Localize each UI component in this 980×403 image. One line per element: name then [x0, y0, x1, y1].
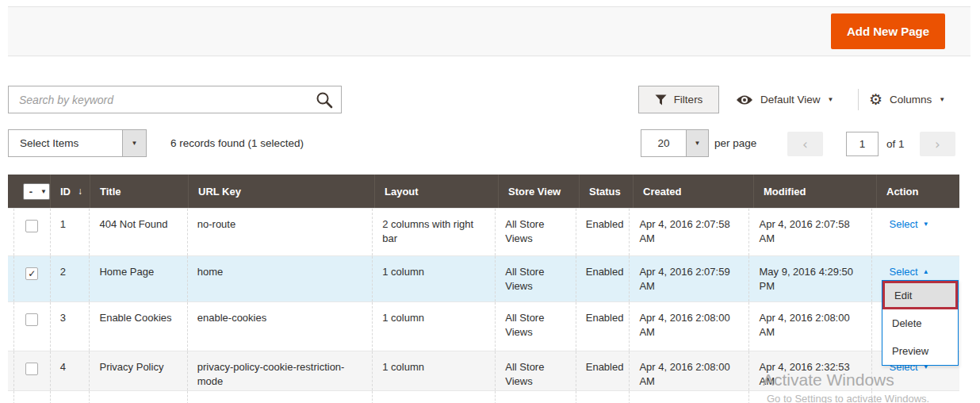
cell-action: Select ▼ — [871, 209, 959, 255]
cell-url-key: enable-cookies — [187, 302, 372, 351]
header-label: Modified — [764, 186, 806, 198]
mass-action-caret[interactable]: ▼ — [122, 130, 146, 156]
cell-id: 3 — [50, 302, 90, 351]
row-checkbox[interactable] — [25, 313, 38, 326]
filters-button[interactable]: Filters — [638, 86, 719, 113]
cell-layout: 1 column — [372, 302, 495, 351]
sort-arrow-icon: ↓ — [78, 186, 82, 197]
row-select-action[interactable]: Select ▼ — [890, 217, 929, 232]
per-page-value: 20 — [641, 130, 686, 156]
column-header-title[interactable]: Title — [90, 175, 188, 208]
cell-title — [89, 391, 186, 403]
mass-action-label: Select Items — [9, 130, 122, 156]
default-view-dropdown[interactable]: Default View ▼ — [736, 86, 833, 113]
checkmark-icon: ✓ — [28, 269, 36, 278]
cell-status: Enabled — [576, 256, 630, 301]
select-label: Select — [890, 265, 918, 279]
filter-funnel-icon — [655, 94, 667, 106]
column-header-modified[interactable]: Modified — [753, 175, 876, 208]
row-checkbox[interactable] — [25, 220, 38, 232]
cell-layout: 1 column — [372, 351, 495, 390]
header-label: ID — [60, 186, 71, 198]
header-label: Created — [643, 186, 681, 198]
cell-modified: Apr 4, 2016 2:08:00 AM — [748, 302, 871, 351]
default-view-label: Default View — [760, 94, 821, 106]
header-label: Action — [886, 186, 918, 198]
cell-created: Apr 4, 2016 2:07:59 AM — [629, 256, 748, 301]
cell-created — [629, 391, 748, 403]
row-checkbox-cell — [13, 209, 50, 255]
per-page-label: per page — [714, 129, 756, 157]
column-header-action[interactable]: Action — [876, 175, 959, 208]
activate-windows-watermark: Activate Windows — [763, 370, 894, 390]
row-checkbox-checked[interactable]: ✓ — [25, 267, 38, 280]
cell-layout: 1 column — [372, 256, 495, 301]
page-total-label: of 1 — [886, 132, 905, 156]
page-number-input[interactable] — [846, 132, 879, 156]
row-checkbox[interactable] — [25, 363, 38, 375]
page-header-panel — [8, 6, 970, 56]
chevron-down-icon: ▼ — [132, 140, 138, 147]
search-icon — [315, 90, 334, 109]
row-checkbox-cell — [13, 302, 50, 351]
table-row: 3 Enable Cookies enable-cookies 1 column… — [8, 301, 959, 351]
select-all-header: - ▼ — [8, 175, 50, 208]
column-header-layout[interactable]: Layout — [374, 175, 498, 208]
header-label: Layout — [385, 186, 419, 198]
menu-item-edit[interactable]: Edit — [882, 281, 958, 309]
cell-layout — [372, 391, 495, 403]
header-label: URL Key — [198, 186, 241, 198]
header-label: Store View — [508, 186, 561, 198]
search-input[interactable] — [8, 86, 342, 113]
row-checkbox-cell: ✓ — [13, 256, 50, 301]
cell-store-view: All Store Views — [495, 302, 575, 351]
cell-store-view — [495, 391, 575, 403]
mass-action-select[interactable]: Select Items ▼ — [8, 129, 147, 157]
select-all-control[interactable]: - ▼ — [23, 183, 50, 200]
records-count: 6 records found (1 selected) — [170, 129, 304, 157]
grid-header-row: - ▼ ID ↓ Title URL Key Layout Store View… — [8, 175, 959, 208]
cell-status — [576, 391, 630, 403]
chevron-down-icon: ▼ — [828, 97, 834, 103]
cell-id — [50, 391, 90, 403]
gear-icon: ⚙ — [869, 92, 882, 107]
chevron-down-icon: ▼ — [939, 97, 945, 103]
menu-item-preview[interactable]: Preview — [882, 337, 958, 365]
chevron-down-icon: ▼ — [38, 188, 49, 195]
cms-pages-grid: - ▼ ID ↓ Title URL Key Layout Store View… — [8, 175, 959, 403]
cell-url-key: no-route — [187, 209, 372, 255]
row-action-menu: Edit Delete Preview — [882, 280, 959, 366]
per-page-caret[interactable]: ▼ — [686, 130, 708, 156]
add-new-page-button[interactable]: Add New Page — [831, 13, 945, 49]
next-page-button[interactable]: › — [920, 132, 955, 156]
columns-dropdown[interactable]: ⚙ Columns ▼ — [869, 86, 945, 113]
cell-status: Enabled — [576, 351, 630, 390]
indeterminate-icon: - — [24, 186, 38, 198]
column-header-created[interactable]: Created — [633, 175, 753, 208]
menu-item-delete[interactable]: Delete — [882, 309, 958, 337]
cell-title: Home Page — [89, 256, 186, 301]
column-header-status[interactable]: Status — [579, 175, 633, 208]
cell-modified: Apr 4, 2016 2:07:58 AM — [748, 209, 871, 255]
controls-divider — [858, 89, 859, 110]
cell-created: Apr 4, 2016 2:07:58 AM — [629, 209, 748, 255]
keyword-search — [8, 86, 342, 113]
cell-url-key: privacy-policy-cookie-restriction-mode — [187, 351, 372, 390]
search-button[interactable] — [315, 90, 334, 109]
row-checkbox-cell — [13, 351, 50, 390]
cell-title: Enable Cookies — [89, 302, 186, 351]
cell-created: Apr 4, 2016 2:08:00 AM — [629, 351, 748, 390]
cell-id: 1 — [50, 209, 90, 255]
previous-page-button[interactable]: ‹ — [787, 132, 823, 156]
cell-id: 4 — [50, 351, 90, 390]
column-header-id[interactable]: ID ↓ — [50, 175, 90, 208]
row-select-action-open[interactable]: Select ▲ — [890, 265, 929, 279]
eye-icon — [736, 94, 753, 106]
table-row-selected: ✓ 2 Home Page home 1 column All Store Vi… — [8, 255, 959, 301]
per-page-select[interactable]: 20 ▼ — [641, 129, 709, 157]
cell-url-key — [187, 391, 372, 403]
chevron-down-icon: ▼ — [695, 140, 701, 147]
cell-title: 404 Not Found — [89, 209, 186, 255]
column-header-url-key[interactable]: URL Key — [188, 175, 374, 208]
column-header-store-view[interactable]: Store View — [498, 175, 579, 208]
